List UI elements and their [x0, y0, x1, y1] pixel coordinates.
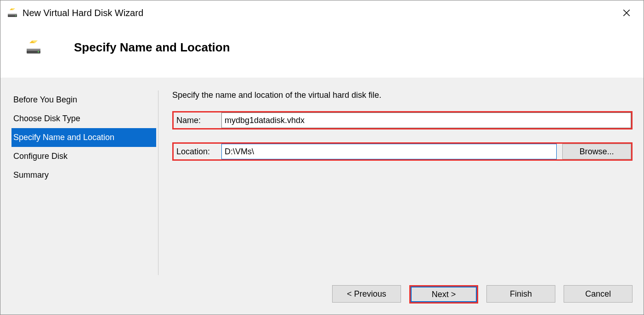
name-input[interactable]	[221, 112, 631, 128]
close-button[interactable]	[616, 2, 637, 23]
location-field-row: Location: Browse...	[172, 142, 633, 161]
name-label: Name:	[174, 112, 221, 128]
sidebar-item-label: Before You Begin	[13, 95, 77, 104]
sidebar-item-summary[interactable]: Summary	[11, 166, 156, 185]
window-title: New Virtual Hard Disk Wizard	[23, 8, 143, 18]
sidebar-item-label: Specify Name and Location	[13, 133, 114, 142]
cancel-button[interactable]: Cancel	[564, 285, 633, 303]
svg-rect-1	[8, 14, 17, 15]
wizard-steps-sidebar: Before You Begin Choose Disk Type Specif…	[11, 90, 158, 275]
instruction-text: Specify the name and location of the vir…	[172, 90, 633, 100]
wizard-footer: < Previous Next > Finish Cancel	[0, 275, 644, 315]
sidebar-item-before-you-begin[interactable]: Before You Begin	[11, 90, 156, 109]
next-button-highlight: Next >	[409, 285, 478, 304]
sidebar-item-choose-disk-type[interactable]: Choose Disk Type	[11, 109, 156, 128]
wizard-main-panel: Specify the name and location of the vir…	[158, 90, 633, 275]
browse-button[interactable]: Browse...	[562, 144, 631, 159]
sidebar-item-label: Summary	[13, 170, 49, 180]
wizard-disk-icon-large	[25, 39, 42, 56]
sidebar-item-label: Choose Disk Type	[13, 114, 80, 123]
page-title: Specify Name and Location	[74, 40, 230, 55]
svg-rect-4	[27, 49, 40, 51]
close-icon	[622, 9, 631, 17]
sidebar-item-label: Configure Disk	[13, 152, 68, 161]
previous-button[interactable]: < Previous	[332, 285, 401, 303]
sidebar-item-configure-disk[interactable]: Configure Disk	[11, 147, 156, 166]
name-field-row: Name:	[172, 111, 633, 129]
next-button[interactable]: Next >	[411, 287, 477, 302]
finish-button[interactable]: Finish	[486, 285, 555, 303]
location-label: Location:	[174, 144, 221, 159]
sidebar-item-specify-name-and-location[interactable]: Specify Name and Location	[11, 128, 156, 147]
wizard-disk-icon	[7, 7, 18, 18]
location-input[interactable]	[221, 144, 557, 159]
wizard-header: Specify Name and Location	[0, 25, 644, 78]
title-bar: New Virtual Hard Disk Wizard	[0, 0, 644, 25]
svg-point-2	[15, 16, 16, 17]
svg-point-5	[38, 51, 39, 52]
